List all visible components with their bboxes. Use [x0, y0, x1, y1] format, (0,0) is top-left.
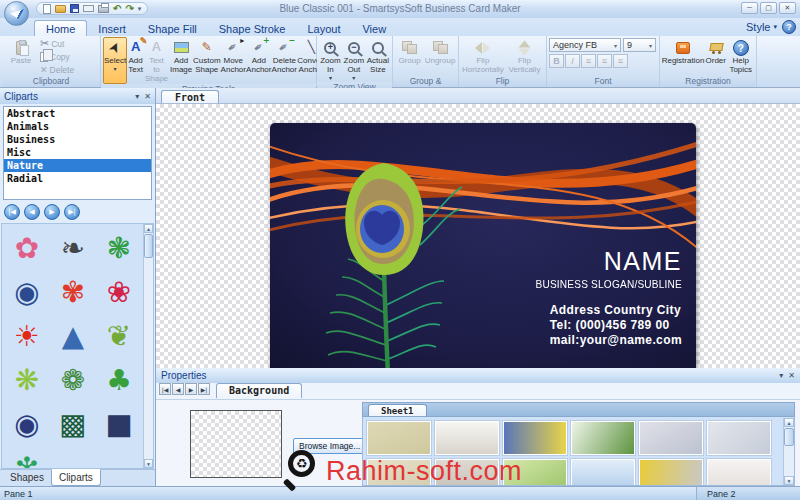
- scroll-up-icon[interactable]: ▲: [784, 418, 794, 427]
- add-anchor-button[interactable]: ✒ Add Anchor: [246, 37, 271, 84]
- clipart-item-dark-leaf[interactable]: ❧: [50, 226, 96, 270]
- delete-anchor-button[interactable]: ✒ Delete Anchor: [271, 37, 297, 84]
- delete-button[interactable]: ✕Delete: [38, 63, 76, 76]
- tab-front[interactable]: Front: [161, 90, 219, 103]
- move-anchor-button[interactable]: ✒ Move Anchor: [220, 37, 246, 84]
- next-tab-button[interactable]: ▶: [185, 383, 197, 395]
- clipart-item-green-grass[interactable]: ❦: [96, 314, 142, 358]
- pin-icon[interactable]: ▾: [779, 371, 783, 380]
- pin-icon[interactable]: ▾: [135, 92, 139, 101]
- add-text-button[interactable]: A Add Text: [127, 37, 144, 84]
- clipart-item-sun-face[interactable]: ☀: [4, 314, 50, 358]
- clipart-item-blue-mound[interactable]: ▲: [50, 314, 96, 358]
- background-thumbnail[interactable]: [435, 459, 499, 486]
- background-thumbnail[interactable]: [503, 421, 567, 455]
- copy-button[interactable]: Copy: [38, 50, 76, 63]
- close-icon[interactable]: ✕: [144, 92, 151, 101]
- tab-shape-stroke[interactable]: Shape Stroke: [208, 21, 297, 36]
- last-page-button[interactable]: ▶|: [64, 204, 80, 220]
- actual-size-button[interactable]: Actual Size: [366, 37, 390, 82]
- clipart-item-night-scene[interactable]: ◉: [4, 402, 50, 446]
- first-tab-button[interactable]: |◀: [159, 383, 171, 395]
- background-thumbnail[interactable]: [367, 459, 431, 486]
- italic-button[interactable]: I: [565, 54, 580, 68]
- background-thumbnail[interactable]: [367, 421, 431, 455]
- help-topics-button[interactable]: ? Help Topics: [728, 37, 754, 76]
- background-thumbnail[interactable]: [707, 459, 771, 486]
- font-family-select[interactable]: Agency FB▾: [549, 38, 621, 52]
- minimize-button[interactable]: ─: [741, 2, 758, 14]
- select-button[interactable]: ➤ Select▾: [103, 37, 127, 84]
- background-thumbnail[interactable]: [707, 421, 771, 455]
- category-business[interactable]: Business: [4, 133, 151, 146]
- clipart-item-rice-square[interactable]: ▩: [50, 402, 96, 446]
- help-icon[interactable]: ?: [782, 20, 796, 34]
- tab-sheet1[interactable]: Sheet1: [368, 404, 427, 416]
- browse-image-button[interactable]: Browse Image...: [293, 438, 366, 454]
- scroll-down-icon[interactable]: ▼: [784, 476, 794, 485]
- align-center-button[interactable]: ≡: [597, 54, 612, 68]
- gallery-scrollbar[interactable]: ▲ ▼: [783, 418, 794, 485]
- app-logo-button[interactable]: [4, 1, 29, 26]
- ungroup-button[interactable]: Ungroup: [424, 37, 456, 76]
- text-to-shape-button[interactable]: A Text to Shape: [144, 37, 169, 84]
- tab-background[interactable]: Background: [216, 383, 302, 398]
- previous-page-button[interactable]: ◀: [24, 204, 40, 220]
- clipart-item-maple-banner[interactable]: ■: [96, 402, 142, 446]
- scroll-down-icon[interactable]: ▼: [144, 459, 153, 468]
- background-thumbnail[interactable]: [571, 421, 635, 455]
- background-thumbnail[interactable]: [639, 459, 703, 486]
- align-right-button[interactable]: ≡: [613, 54, 628, 68]
- category-misc[interactable]: Misc: [4, 146, 151, 159]
- custom-shape-button[interactable]: ✎ Custom Shape: [193, 37, 220, 84]
- clipart-item-blue-plant-badge[interactable]: ◉: [4, 270, 50, 314]
- last-tab-button[interactable]: ▶|: [198, 383, 210, 395]
- zoom-out-button[interactable]: Zoom Out▾: [342, 37, 366, 82]
- scroll-up-icon[interactable]: ▲: [144, 224, 153, 233]
- clipart-item-green-tree[interactable]: ♣: [96, 358, 142, 402]
- group-button[interactable]: Group: [395, 37, 424, 76]
- flip-vertically-button[interactable]: Flip Vertically: [505, 37, 544, 76]
- clipart-item-bamboo[interactable]: ❇: [4, 446, 50, 469]
- next-page-button[interactable]: ▶: [44, 204, 60, 220]
- business-card[interactable]: NAME BUSINESS SLOGAN/SUBLINE Address Cou…: [270, 123, 696, 373]
- paste-button[interactable]: Paste: [4, 37, 38, 76]
- font-size-select[interactable]: 9▾: [623, 38, 656, 52]
- first-page-button[interactable]: |◀: [4, 204, 20, 220]
- zoom-in-button[interactable]: Zoom In▾: [319, 37, 342, 82]
- tab-insert[interactable]: Insert: [87, 21, 137, 36]
- category-abstract[interactable]: Abstract: [4, 107, 151, 120]
- bold-button[interactable]: B: [549, 54, 564, 68]
- category-animals[interactable]: Animals: [4, 120, 151, 133]
- flip-horizontally-button[interactable]: Flip Horizontally: [461, 37, 505, 76]
- clipart-item-red-flower-face[interactable]: ❀: [96, 270, 142, 314]
- background-thumbnail[interactable]: [435, 421, 499, 455]
- background-thumbnail[interactable]: [639, 421, 703, 455]
- clipart-item-pink-blossom[interactable]: ✿: [4, 226, 50, 270]
- add-image-button[interactable]: Add Image: [169, 37, 193, 84]
- clipart-item-red-lily[interactable]: ✾: [50, 270, 96, 314]
- maximize-button[interactable]: ▢: [760, 2, 777, 14]
- clipart-item-green-burst[interactable]: ❋: [4, 358, 50, 402]
- background-thumbnail[interactable]: [503, 459, 567, 486]
- scrollbar-thumb[interactable]: [144, 234, 153, 258]
- tab-view[interactable]: View: [351, 21, 397, 36]
- clipart-item-green-clovers[interactable]: ❁: [50, 358, 96, 402]
- background-thumbnail[interactable]: [571, 459, 635, 486]
- tab-shapes[interactable]: Shapes: [3, 470, 51, 485]
- tab-home[interactable]: Home: [34, 20, 87, 36]
- registration-button[interactable]: Registration: [662, 37, 704, 76]
- category-nature[interactable]: Nature: [4, 159, 151, 172]
- align-left-button[interactable]: ≡: [581, 54, 596, 68]
- close-icon[interactable]: ✕: [788, 371, 795, 380]
- canvas-workspace[interactable]: NAME BUSINESS SLOGAN/SUBLINE Address Cou…: [156, 104, 800, 368]
- clipart-scrollbar[interactable]: ▲ ▼: [143, 224, 153, 468]
- close-button[interactable]: ✕: [779, 2, 796, 14]
- style-menu[interactable]: Style▾: [746, 21, 777, 33]
- tab-cliparts[interactable]: Cliparts: [51, 469, 101, 486]
- category-radial[interactable]: Radial: [4, 172, 151, 185]
- clipart-item-green-leaf-badge[interactable]: ❃: [96, 226, 142, 270]
- tab-shape-fill[interactable]: Shape Fill: [137, 21, 208, 36]
- scrollbar-thumb[interactable]: [784, 428, 794, 446]
- order-button[interactable]: Order: [704, 37, 728, 76]
